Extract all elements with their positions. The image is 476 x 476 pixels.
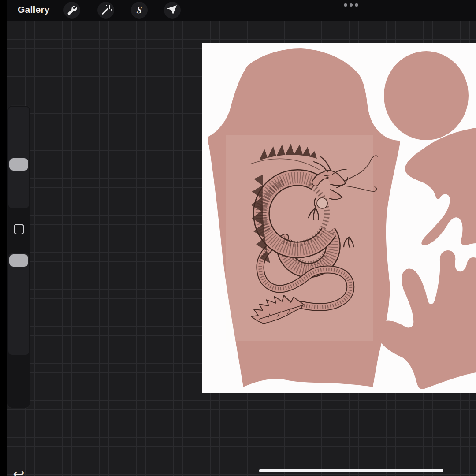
fingers-shape — [405, 128, 476, 245]
selection-s-icon: S — [136, 5, 143, 15]
adjustments-button[interactable] — [97, 2, 114, 19]
hand-shape — [376, 250, 476, 389]
transform-button[interactable] — [164, 2, 181, 19]
brush-size-slider[interactable] — [8, 107, 29, 208]
multitask-ellipsis-icon[interactable] — [344, 3, 358, 7]
top-toolbar: Gallery S — [0, 0, 476, 21]
undo-arrow-icon: ↩ — [13, 466, 25, 476]
magic-wand-icon — [97, 2, 114, 19]
dragon-tattoo-lineart — [238, 132, 379, 326]
home-indicator-bar[interactable] — [259, 469, 443, 472]
brush-size-handle[interactable] — [9, 158, 28, 171]
actions-button[interactable] — [63, 2, 80, 19]
app-screen: Gallery S — [0, 0, 476, 476]
dragon-leaf-tail — [251, 295, 303, 324]
dragon-mane-spikes — [259, 144, 317, 160]
circle-swatch-shape — [384, 51, 469, 140]
screen-left-letterbox — [0, 0, 7, 476]
transform-arrow-icon — [164, 2, 181, 19]
modify-button[interactable] — [13, 223, 24, 234]
drawing-canvas[interactable] — [202, 43, 476, 393]
selection-button[interactable]: S — [131, 2, 148, 19]
gallery-button[interactable]: Gallery — [18, 4, 50, 15]
undo-button[interactable]: ↩ — [7, 467, 30, 476]
sidebar-tools: ↩ ↪ — [7, 106, 30, 408]
opacity-handle[interactable] — [9, 254, 28, 267]
dragon-pearl — [317, 198, 327, 208]
rounded-square-icon — [14, 224, 24, 234]
opacity-slider[interactable] — [8, 253, 29, 355]
wrench-icon — [63, 2, 80, 19]
